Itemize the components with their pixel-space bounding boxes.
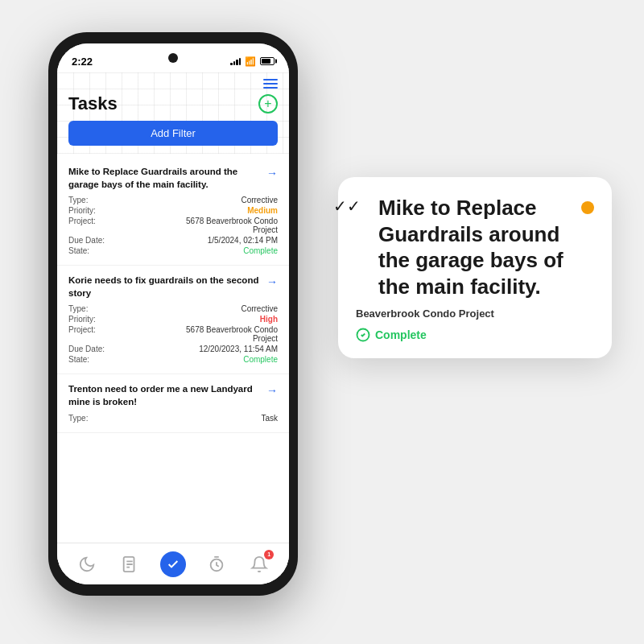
signal-icon <box>230 57 241 65</box>
state-value: Complete <box>243 355 278 364</box>
task-title: Trenton need to order me a new Landyard … <box>68 382 266 408</box>
task-field-duedate: Due Date: 1/5/2024, 02:14 PM <box>68 236 278 245</box>
app-header: Tasks + Add Filter <box>57 72 289 154</box>
state-label: State: <box>68 355 89 364</box>
double-check-icon: ✓✓ <box>333 196 361 216</box>
scene: 2:22 📶 <box>0 0 644 644</box>
popup-project: Beaverbrook Condo Project <box>356 308 594 320</box>
task-item[interactable]: Mike to Replace Guardrails around the ga… <box>57 157 289 266</box>
project-label: Project: <box>68 217 96 234</box>
nav-item-timer[interactable] <box>200 548 233 580</box>
type-label: Type: <box>68 196 88 204</box>
add-filter-button[interactable]: Add Filter <box>68 121 278 146</box>
arrow-icon: → <box>266 384 278 397</box>
task-field-priority: Priority: Medium <box>68 206 278 215</box>
nav-item-docs[interactable] <box>114 548 146 580</box>
priority-value: Medium <box>247 206 278 215</box>
popup-card: ✓✓ Mike to Replace Guardrails around the… <box>338 177 612 358</box>
battery-fill <box>262 59 270 64</box>
task-list: Mike to Replace Guardrails around the ga… <box>57 154 289 543</box>
arrow-icon: → <box>266 167 278 180</box>
task-header: Mike to Replace Guardrails around the ga… <box>68 165 278 191</box>
add-task-button[interactable]: + <box>258 94 278 114</box>
orange-dot <box>581 201 594 214</box>
battery-icon <box>260 57 275 65</box>
task-field-type: Type: Task <box>68 414 278 423</box>
status-time: 2:22 <box>72 56 93 68</box>
task-item[interactable]: Trenton need to order me a new Landyard … <box>57 374 289 432</box>
arrow-icon: → <box>266 275 278 288</box>
popup-title-area: ✓✓ Mike to Replace Guardrails around the… <box>356 195 594 299</box>
moon-icon <box>78 555 96 573</box>
bottom-nav: 1 <box>57 543 289 584</box>
type-label: Type: <box>68 304 88 313</box>
nav-item-tasks[interactable] <box>157 548 189 580</box>
page-title: Tasks <box>68 93 118 114</box>
type-value: Task <box>261 414 278 423</box>
state-label: State: <box>68 246 89 255</box>
tasks-active-icon <box>160 551 186 577</box>
task-field-type: Type: Corrective <box>68 196 278 204</box>
popup-status: Complete <box>356 328 594 342</box>
header-top <box>68 79 278 89</box>
task-field-project: Project: 5678 Beaverbrook Condo Project <box>68 325 278 343</box>
type-value: Corrective <box>241 196 278 204</box>
phone-screen: 2:22 📶 <box>57 43 289 584</box>
task-field-priority: Priority: High <box>68 315 278 324</box>
priority-value: High <box>260 315 278 324</box>
notification-badge: 1 <box>264 550 274 559</box>
type-label: Type: <box>68 414 88 423</box>
task-field-type: Type: Corrective <box>68 304 278 313</box>
task-item[interactable]: Korie needs to fix guardrails on the sec… <box>57 266 289 374</box>
task-field-duedate: Due Date: 12/20/2023, 11:54 AM <box>68 345 278 353</box>
complete-check-icon <box>356 328 370 342</box>
task-field-project: Project: 5678 Beaverbrook Condo Project <box>68 217 278 234</box>
nav-item-home[interactable] <box>71 548 103 580</box>
app-content: Tasks + Add Filter Mike to Replace Guard… <box>57 72 289 584</box>
duedate-label: Due Date: <box>68 236 105 245</box>
project-label: Project: <box>68 325 96 343</box>
priority-label: Priority: <box>68 315 96 324</box>
document-icon <box>121 555 138 573</box>
task-title: Korie needs to fix guardrails on the sec… <box>68 274 266 299</box>
status-icons: 📶 <box>230 56 275 67</box>
project-value: 5678 Beaverbrook Condo Project <box>181 217 278 234</box>
task-header: Trenton need to order me a new Landyard … <box>68 382 278 408</box>
project-value: 5678 Beaverbrook Condo Project <box>181 325 278 343</box>
task-field-state: State: Complete <box>68 355 278 364</box>
wifi-icon: 📶 <box>245 56 256 67</box>
header-title-row: Tasks + <box>68 93 278 114</box>
timer-icon <box>208 555 225 573</box>
duedate-label: Due Date: <box>68 345 105 353</box>
nav-item-notifications[interactable]: 1 <box>243 548 275 580</box>
status-label: Complete <box>375 328 427 341</box>
popup-title: Mike to Replace Guardrails around the ga… <box>378 195 594 299</box>
task-title: Mike to Replace Guardrails around the ga… <box>68 165 266 191</box>
task-field-state: State: Complete <box>68 246 278 255</box>
task-header: Korie needs to fix guardrails on the sec… <box>68 274 278 299</box>
state-value: Complete <box>243 246 278 255</box>
priority-label: Priority: <box>68 206 96 215</box>
duedate-value: 12/20/2023, 11:54 AM <box>199 345 278 353</box>
phone-camera <box>168 53 178 63</box>
phone-shell: 2:22 📶 <box>48 32 298 596</box>
duedate-value: 1/5/2024, 02:14 PM <box>208 236 278 245</box>
hamburger-icon[interactable] <box>263 79 278 89</box>
type-value: Corrective <box>241 304 278 313</box>
